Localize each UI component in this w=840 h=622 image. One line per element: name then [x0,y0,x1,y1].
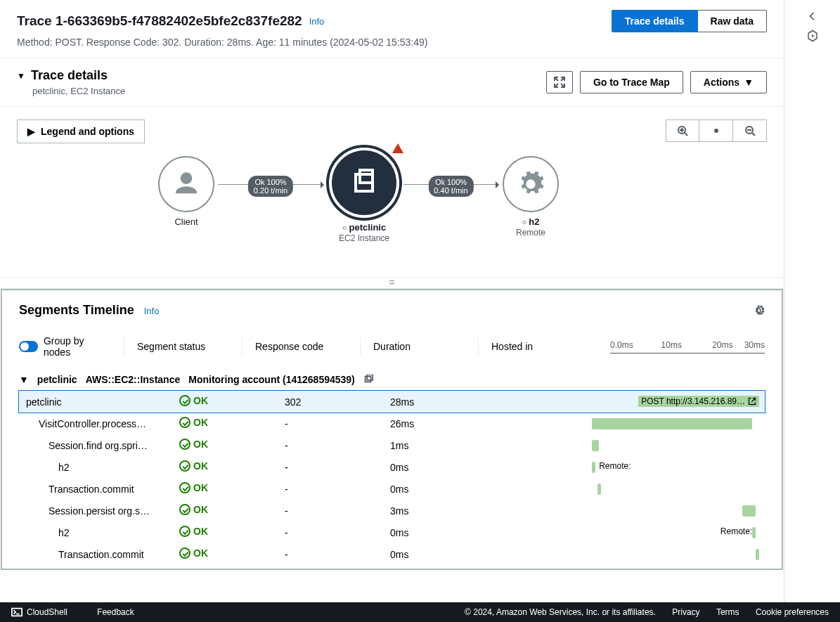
zoom-fit-button[interactable] [699,119,733,142]
segment-bar: Remote: [587,461,759,474]
segment-code: - [279,521,385,543]
segment-duration: 3ms [385,500,490,521]
group-by-nodes-toggle[interactable]: Group by nodes [19,337,124,356]
cookie-preferences-link[interactable]: Cookie preferences [756,607,829,617]
legend-button[interactable]: ▶ Legend and options [17,119,145,143]
segment-name: Transaction.commit [19,543,174,565]
ok-icon [179,482,190,493]
node-h2[interactable]: ○ h2Remote [503,156,559,238]
segment-status: OK [174,413,279,434]
timeline-info-link[interactable]: Info [144,306,160,316]
segment-code: - [279,543,385,565]
collapse-icon[interactable]: ▼ [17,71,25,81]
toggle-icon [19,341,38,352]
zoom-out-icon [744,125,756,136]
segment-code: 302 [279,391,385,413]
page-title: Trace 1-663369b5-f47882402e5bfe2c837fe28… [17,13,302,29]
copy-icon[interactable] [363,375,373,384]
timeline-axis: 0.0ms 10ms 20ms 30ms [610,340,765,356]
cloudshell-icon [11,607,22,617]
svg-point-1 [714,129,718,133]
segment-bar [587,417,759,430]
tab-trace-details[interactable]: Trace details [612,10,698,32]
chevron-down-icon: ▼ [19,374,29,385]
zoom-in-button[interactable] [666,119,699,142]
collapse-sidebar-button[interactable] [808,11,818,21]
filter-hosted-in[interactable]: Hosted in [479,337,596,356]
section-title: Trace details [31,68,108,83]
actions-button[interactable]: Actions ▼ [690,71,767,93]
trace-map[interactable]: Client Ok 100%0.20 t/min ○ petclinicEC2 … [0,143,784,277]
segment-group-header[interactable]: ▼ petclinic AWS::EC2::Instance Monitorin… [19,374,765,385]
node-petclinic[interactable]: ○ petclinicEC2 Instance [329,148,399,243]
segment-status: OK [174,434,279,456]
help-button[interactable] [806,30,819,42]
zoom-in-icon [677,125,688,136]
trace-header: Trace 1-663369b5-f47882402e5bfe2c837fe28… [0,0,784,58]
zoom-out-button[interactable] [733,119,767,142]
dot-icon [713,128,719,134]
table-row[interactable]: h2 OK - 0ms Remote: [19,456,765,478]
segment-name: petclinic [19,391,174,413]
segment-duration: 0ms [385,521,490,543]
segment-duration: 0ms [385,456,490,478]
go-to-trace-map-button[interactable]: Go to Trace Map [580,71,683,93]
table-row[interactable]: h2 OK - 0ms Remote: [19,521,765,543]
table-row[interactable]: Session.persist org.s… OK - 3ms [19,500,765,521]
ok-icon [179,460,190,472]
segment-bar [587,548,759,561]
segment-name: h2 [19,521,174,543]
table-row[interactable]: Transaction.commit OK - 0ms [19,478,765,500]
copyright: © 2024, Amazon Web Services, Inc. or its… [465,607,656,617]
ok-icon [179,548,190,559]
segment-bar [587,505,759,517]
feedback-link[interactable]: Feedback [97,607,134,617]
section-subtitle: petclinic, EC2 Instance [32,86,125,96]
privacy-link[interactable]: Privacy [672,607,699,617]
footer: CloudShell Feedback © 2024, Amazon Web S… [0,602,840,622]
filter-segment-status[interactable]: Segment status [124,337,243,356]
cloudshell-button[interactable]: CloudShell [11,607,67,617]
timeline-title: Segments Timeline [19,303,134,318]
terms-link[interactable]: Terms [716,607,739,617]
zoom-controls [666,119,767,143]
ok-icon [179,526,190,537]
table-row[interactable]: petclinic OK 302 28ms POST http://3.145.… [19,391,765,413]
timeline-settings-button[interactable] [752,304,765,317]
svg-rect-6 [367,375,373,380]
segment-bar: Remote: [587,526,759,539]
node-client[interactable]: Client [158,156,214,227]
segment-code: - [279,434,385,456]
table-row[interactable]: Transaction.commit OK - 0ms [19,543,765,565]
filter-duration[interactable]: Duration [361,337,479,356]
segment-code: - [279,456,385,478]
chevron-down-icon: ▼ [744,77,754,88]
request-badge[interactable]: POST http://3.145.216.89… [638,396,759,407]
trace-details-bar: ▼ Trace details petclinic, EC2 Instance … [0,58,784,106]
segment-code: - [279,500,385,521]
info-link[interactable]: Info [309,16,325,27]
table-row[interactable]: Session.find org.spri… OK - 1ms [19,434,765,456]
edge-petclinic-h2: Ok 100%0.40 t/min [403,184,498,185]
hexagon-icon [806,30,819,42]
segment-name: h2 [19,456,174,478]
segment-duration: 1ms [385,434,490,456]
svg-rect-4 [360,170,373,183]
trace-map-panel: ▶ Legend and options Client [0,106,784,289]
table-row[interactable]: VisitController.process… OK - 26ms [19,413,765,434]
user-icon [172,170,200,198]
segment-status: OK [174,543,279,565]
segment-status: OK [174,391,279,413]
right-sidebar [784,0,840,602]
segment-bar: POST http://3.145.216.89… [587,396,759,408]
segment-status: OK [174,521,279,543]
chevron-left-icon [808,11,818,21]
segment-name: Session.find org.spri… [19,434,174,456]
tab-raw-data[interactable]: Raw data [698,10,767,32]
segment-duration: 28ms [385,391,490,413]
resize-handle[interactable]: = [0,277,784,288]
fullscreen-button[interactable] [546,71,573,93]
segment-name: Transaction.commit [19,478,174,500]
filter-response-code[interactable]: Response code [243,337,361,356]
svg-rect-5 [365,377,370,382]
